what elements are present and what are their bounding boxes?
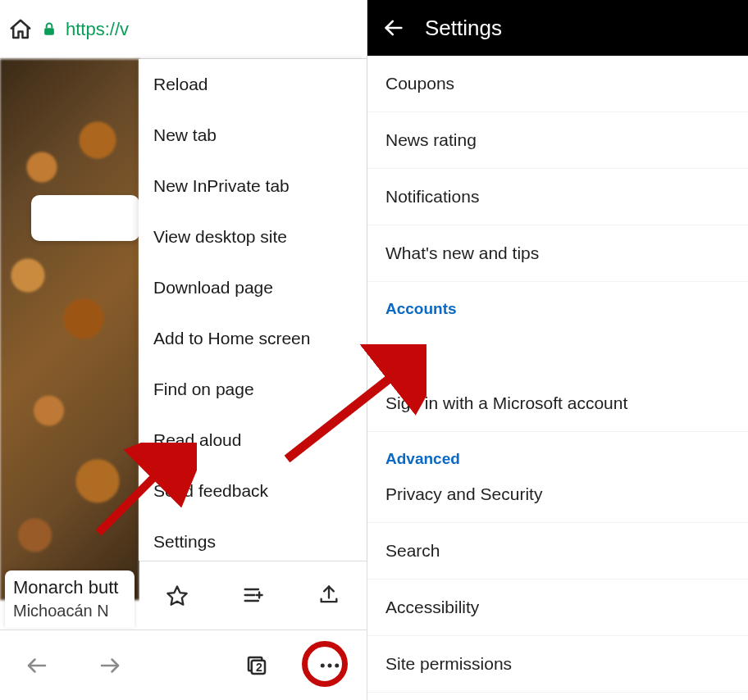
right-screenshot: Settings Coupons News rating Notificatio…: [367, 0, 748, 700]
menu-item-download-page[interactable]: Download page: [139, 262, 367, 313]
favorite-button[interactable]: [157, 575, 198, 616]
menu-item-read-aloud[interactable]: Read aloud: [139, 415, 367, 466]
settings-header: Settings: [367, 0, 748, 56]
svg-marker-1: [167, 586, 186, 604]
settings-item-coupons[interactable]: Coupons: [367, 56, 748, 112]
settings-item-notifications[interactable]: Notifications: [367, 169, 748, 225]
bottom-nav: 2: [0, 630, 367, 700]
settings-item-accessibility[interactable]: Accessibility: [367, 580, 748, 636]
menu-item-view-desktop-site[interactable]: View desktop site: [139, 211, 367, 262]
menu-item-new-tab[interactable]: New tab: [139, 110, 367, 161]
overflow-menu: Reload New tab New InPrivate tab View de…: [139, 59, 367, 561]
menu-item-find-on-page[interactable]: Find on page: [139, 364, 367, 415]
settings-list: Coupons News rating Notifications What's…: [367, 56, 748, 693]
forward-button[interactable]: [73, 630, 146, 700]
tab-count: 2: [256, 661, 262, 674]
menu-item-add-to-home-screen[interactable]: Add to Home screen: [139, 313, 367, 364]
page-search-box[interactable]: [31, 195, 139, 241]
settings-section-accounts: Accounts: [367, 282, 748, 326]
svg-point-12: [335, 663, 340, 667]
settings-item-whats-new[interactable]: What's new and tips: [367, 225, 748, 282]
svg-point-10: [321, 663, 325, 667]
left-screenshot: https://v Reload New tab New InPrivate t…: [0, 0, 367, 700]
settings-section-advanced: Advanced: [367, 432, 748, 476]
address-bar: https://v: [0, 0, 367, 59]
menu-item-send-feedback[interactable]: Send feedback: [139, 466, 367, 516]
card-title: Monarch butt: [13, 577, 126, 598]
svg-point-11: [328, 663, 332, 667]
menu-item-new-inprivate-tab[interactable]: New InPrivate tab: [139, 161, 367, 211]
more-button[interactable]: [294, 630, 367, 700]
url-text[interactable]: https://v: [66, 19, 129, 40]
settings-item-search[interactable]: Search: [367, 523, 748, 580]
card-subtitle: Michoacán N: [13, 602, 126, 620]
settings-item-news-rating[interactable]: News rating: [367, 112, 748, 169]
settings-item-sign-in[interactable]: Sign in with a Microsoft account: [367, 375, 748, 432]
content-card[interactable]: Monarch butt Michoacán N: [5, 570, 135, 628]
settings-item-site-permissions[interactable]: Site permissions: [367, 636, 748, 693]
reading-list-button[interactable]: [232, 575, 273, 616]
tabs-button[interactable]: 2: [220, 630, 293, 700]
menu-item-reload[interactable]: Reload: [139, 59, 367, 110]
back-button[interactable]: [0, 630, 73, 700]
home-icon[interactable]: [8, 17, 33, 42]
share-button[interactable]: [308, 575, 349, 616]
menu-toolbar: [139, 561, 367, 628]
settings-item-privacy-security[interactable]: Privacy and Security: [367, 476, 748, 523]
settings-title: Settings: [425, 16, 502, 41]
lock-icon: [41, 21, 57, 38]
page-background-image: [0, 59, 139, 600]
menu-item-settings[interactable]: Settings: [139, 516, 367, 567]
svg-rect-0: [44, 28, 54, 34]
back-icon[interactable]: [382, 16, 405, 39]
